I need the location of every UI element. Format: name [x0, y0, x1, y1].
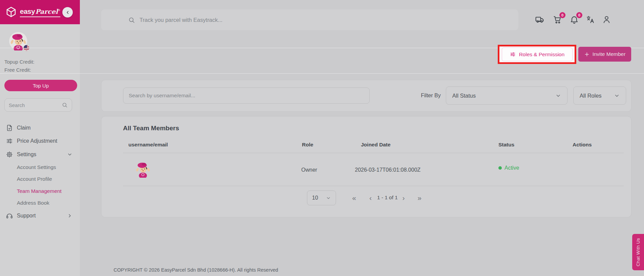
language-translate-icon[interactable] — [586, 15, 596, 25]
chat-with-us-tab[interactable]: Chat With Us — [632, 234, 644, 270]
sidebar-search — [4, 98, 72, 112]
sliders-icon — [6, 137, 13, 145]
gear-icon — [6, 151, 13, 158]
pagination-prev-button[interactable]: ‹ — [369, 191, 372, 205]
sidebar-collapse-button[interactable] — [62, 7, 73, 18]
pagination-next-button[interactable]: › — [402, 191, 405, 205]
mascot-avatar-image — [134, 160, 151, 178]
member-status-badge: Active — [498, 165, 519, 171]
easyparcel-logo: easyParcel® — [5, 6, 60, 18]
cart-count-badge: 0 — [559, 12, 565, 18]
member-search-input[interactable] — [129, 93, 364, 99]
member-search — [123, 88, 370, 104]
filter-card: Filter By All Status All Roles — [101, 80, 632, 112]
chevron-right-icon — [67, 213, 72, 218]
roles-filter-select[interactable]: All Roles — [573, 87, 626, 105]
sidebar-search-input[interactable] — [9, 102, 62, 108]
track-parcel-input[interactable] — [140, 17, 443, 23]
member-joined-date: 2026-03-17T06:01:08.000Z — [355, 167, 421, 173]
status-filter-select[interactable]: All Status — [446, 87, 568, 105]
headphones-icon — [6, 212, 13, 219]
logo-text: easyParcel® — [20, 7, 60, 17]
notifications-count-badge: 0 — [576, 12, 582, 18]
table-divider — [123, 153, 624, 153]
page-size-select[interactable]: 10 — [307, 191, 336, 205]
pagination-last-button[interactable]: » — [418, 191, 422, 205]
overlay-line — [0, 73, 644, 74]
chevron-down-icon — [326, 196, 331, 201]
chevron-down-icon — [555, 93, 561, 99]
sidebar-item-price-adjustment[interactable]: Price Adjustment — [0, 137, 80, 145]
sidebar-item-account-profile[interactable]: Account Profile — [0, 175, 80, 183]
sidebar-item-address-book[interactable]: Address Book — [0, 199, 80, 207]
column-header-status: Status — [498, 142, 514, 148]
member-avatar — [134, 160, 151, 178]
sidebar-item-claim[interactable]: Claim — [0, 124, 80, 132]
claim-document-icon — [6, 124, 13, 132]
account-user-icon[interactable] — [602, 15, 612, 25]
card-title: All Team Members — [123, 125, 179, 132]
topup-credit-label: Topup Credit: — [4, 59, 34, 65]
copyright-text: COPYRIGHT © 2026 EasyParcel Sdn Bhd (102… — [114, 267, 278, 273]
free-credit-label: Free Credit: — [4, 67, 31, 73]
parcel-cube-icon — [5, 6, 17, 18]
sidebar-item-support[interactable]: Support — [0, 211, 80, 220]
chevron-down-icon — [614, 93, 620, 99]
sidebar-item-team-management[interactable]: Team Management — [0, 187, 80, 195]
search-icon — [128, 16, 135, 24]
column-header-actions: Actions — [573, 142, 592, 148]
search-icon — [62, 102, 68, 108]
sliders-icon — [510, 51, 516, 58]
sidebar-item-settings[interactable]: Settings — [0, 150, 80, 159]
pagination-first-button[interactable]: « — [352, 191, 356, 205]
delivery-truck-icon[interactable] — [535, 15, 545, 25]
chevron-left-icon — [65, 10, 70, 15]
member-role: Owner — [301, 167, 317, 173]
track-parcel-search — [101, 9, 518, 30]
invite-member-button[interactable]: Invite Member — [578, 47, 631, 62]
table-divider — [123, 186, 624, 186]
team-management-page: easyParcel® Topup Credit: — [0, 0, 644, 276]
status-dot-icon — [498, 166, 502, 170]
column-header-role: Role — [302, 142, 313, 148]
top-up-button[interactable]: Top Up — [4, 80, 77, 91]
cart-icon[interactable]: 0 — [553, 15, 563, 25]
chevron-down-icon — [67, 152, 72, 157]
plus-icon — [584, 51, 590, 57]
team-members-card: All Team Members username/email Role Joi… — [101, 116, 632, 217]
sidebar-item-account-settings[interactable]: Account Settings — [0, 163, 80, 171]
column-header-joined-date: Joined Date — [361, 142, 391, 148]
sidebar: easyParcel® Topup Credit: — [0, 0, 80, 276]
roles-permission-highlight-box: Roles & Permission — [498, 45, 576, 64]
column-header-username: username/email — [128, 142, 168, 148]
filter-by-label: Filter By — [421, 93, 441, 99]
pagination-range-label: 1 - 1 of 1 — [377, 195, 398, 201]
notifications-bell-icon[interactable]: 0 — [570, 15, 580, 25]
roles-permission-button[interactable]: Roles & Permission — [502, 47, 573, 61]
